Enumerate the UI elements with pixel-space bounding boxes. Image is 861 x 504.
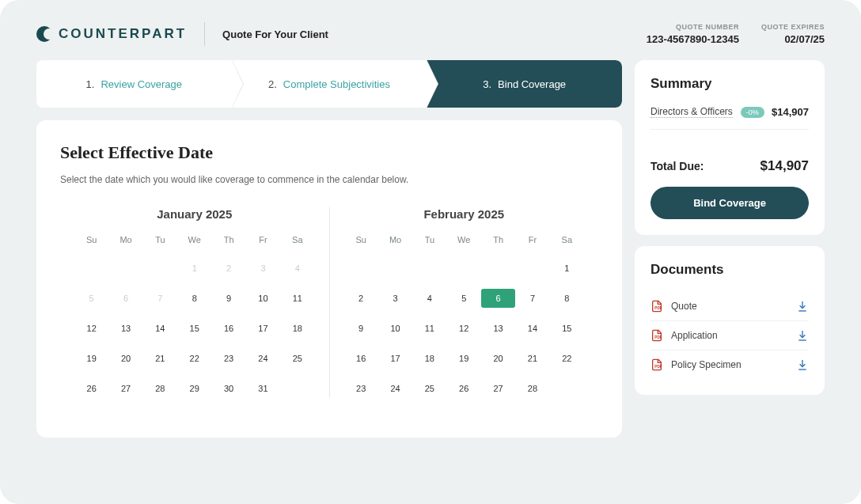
calendar-title: January 2025	[74, 207, 315, 221]
svg-text:PDF: PDF	[654, 365, 662, 369]
calendar-day[interactable]: 2	[344, 289, 378, 308]
calendar-day[interactable]: 10	[246, 289, 280, 308]
document-row[interactable]: PDFPolicy Specimen	[650, 351, 809, 379]
svg-text:PDF: PDF	[654, 335, 662, 339]
calendar-day[interactable]: 11	[280, 289, 314, 308]
calendar-day[interactable]: 28	[515, 379, 549, 398]
step-review-coverage[interactable]: 1. Review Coverage	[36, 60, 232, 108]
calendar-day[interactable]: 9	[211, 289, 245, 308]
download-icon	[796, 329, 809, 342]
calendar-day[interactable]: 3	[378, 289, 412, 308]
calendar-day[interactable]: 18	[412, 349, 446, 368]
calendar-day[interactable]: 8	[550, 289, 584, 308]
step-label: Bind Coverage	[498, 78, 566, 90]
calendar-day[interactable]: 12	[74, 319, 108, 338]
calendar-day[interactable]: 13	[481, 319, 515, 338]
quote-number-block: QUOTE NUMBER 123-4567890-12345	[647, 23, 739, 45]
quote-number-label: QUOTE NUMBER	[647, 23, 739, 31]
calendar-day[interactable]: 4	[412, 289, 446, 308]
calendar-day[interactable]: 31	[246, 379, 280, 398]
brand-name: COUNTERPART	[59, 26, 187, 42]
document-name: Quote	[671, 301, 697, 312]
calendar-day[interactable]: 18	[280, 319, 314, 338]
calendar-day[interactable]: 8	[177, 289, 211, 308]
calendar-dow: Sa	[550, 235, 584, 244]
calendar-day: 5	[74, 289, 108, 308]
calendar-day[interactable]: 29	[177, 379, 211, 398]
calendar-dow: Tu	[412, 235, 446, 244]
calendar-day[interactable]: 26	[74, 379, 108, 398]
calendar-day: 3	[246, 259, 280, 278]
calendar-day[interactable]: 25	[412, 379, 446, 398]
calendar-day[interactable]: 21	[143, 349, 177, 368]
calendar-day[interactable]: 12	[447, 319, 481, 338]
svg-text:PDF: PDF	[654, 306, 662, 310]
quote-number-value: 123-4567890-12345	[647, 33, 739, 45]
document-row[interactable]: PDFApplication	[650, 321, 809, 351]
calendar-day[interactable]: 15	[177, 319, 211, 338]
calendar-day[interactable]: 25	[280, 349, 314, 368]
summary-card: Summary Directors & Officers -0% $14,907…	[635, 60, 825, 235]
calendar-day[interactable]: 23	[344, 379, 378, 398]
app-frame: COUNTERPART Quote For Your Client QUOTE …	[0, 0, 861, 504]
calendar-day: 4	[280, 259, 314, 278]
calendar-day[interactable]: 14	[143, 319, 177, 338]
calendar-day[interactable]: 16	[344, 349, 378, 368]
calendar-day[interactable]: 21	[515, 349, 549, 368]
calendar-day[interactable]: 16	[211, 319, 245, 338]
calendar-dow: Fr	[246, 235, 280, 244]
calendar-day[interactable]: 19	[74, 349, 108, 368]
pdf-icon: PDF	[650, 300, 663, 313]
calendar-day[interactable]: 27	[481, 379, 515, 398]
calendar-day[interactable]: 17	[378, 349, 412, 368]
calendar-day[interactable]: 20	[481, 349, 515, 368]
calendar-day[interactable]: 5	[447, 289, 481, 308]
calendar-day[interactable]: 26	[447, 379, 481, 398]
calendar-dow: Th	[211, 235, 245, 244]
calendar-month: January 2025SuMoTuWeThFrSa12345678910111…	[60, 207, 330, 398]
calendar-dow: Su	[344, 235, 378, 244]
summary-title: Summary	[650, 76, 809, 92]
calendar-dow: We	[447, 235, 481, 244]
calendars: January 2025SuMoTuWeThFrSa12345678910111…	[60, 207, 598, 398]
document-row[interactable]: PDFQuote	[650, 292, 809, 321]
calendar-dow: Th	[481, 235, 515, 244]
calendar-day[interactable]: 28	[143, 379, 177, 398]
calendar-day[interactable]: 22	[177, 349, 211, 368]
summary-discount-badge: -0%	[741, 107, 764, 118]
calendar-day[interactable]: 1	[550, 259, 584, 278]
calendar-day: 1	[177, 259, 211, 278]
step-bind-coverage[interactable]: 3. Bind Coverage	[427, 60, 622, 108]
step-complete-subjectivities[interactable]: 2. Complete Subjectivities	[232, 60, 427, 108]
calendar-day[interactable]: 6	[481, 289, 515, 308]
bind-coverage-button[interactable]: Bind Coverage	[650, 187, 809, 219]
document-name: Policy Specimen	[671, 359, 742, 370]
calendar-day[interactable]: 9	[344, 319, 378, 338]
logo: COUNTERPART	[36, 26, 187, 42]
calendar-day[interactable]: 22	[550, 349, 584, 368]
panel-title: Select Effective Date	[60, 142, 598, 163]
calendar-day[interactable]: 24	[378, 379, 412, 398]
calendar-day[interactable]: 20	[108, 349, 142, 368]
calendar-day[interactable]: 19	[447, 349, 481, 368]
total-label: Total Due:	[650, 160, 704, 172]
calendar-dow: Su	[74, 235, 108, 244]
quote-expires-label: QUOTE EXPIRES	[761, 23, 825, 31]
calendar-day[interactable]: 13	[108, 319, 142, 338]
calendar-dow: Mo	[108, 235, 142, 244]
calendar-day[interactable]: 23	[211, 349, 245, 368]
calendar-day[interactable]: 11	[412, 319, 446, 338]
calendar-day[interactable]: 17	[246, 319, 280, 338]
calendar-day[interactable]: 10	[378, 319, 412, 338]
calendar-day[interactable]: 15	[550, 319, 584, 338]
calendar-day[interactable]: 7	[515, 289, 549, 308]
calendar-day[interactable]: 27	[108, 379, 142, 398]
pdf-icon: PDF	[650, 329, 663, 342]
total-row: Total Due: $14,907	[650, 158, 809, 174]
step-num: 1.	[86, 78, 95, 90]
calendar-day[interactable]: 30	[211, 379, 245, 398]
calendar-day[interactable]: 24	[246, 349, 280, 368]
header-divider	[204, 22, 205, 46]
calendar-day[interactable]: 14	[515, 319, 549, 338]
calendar-dow: Fr	[515, 235, 549, 244]
